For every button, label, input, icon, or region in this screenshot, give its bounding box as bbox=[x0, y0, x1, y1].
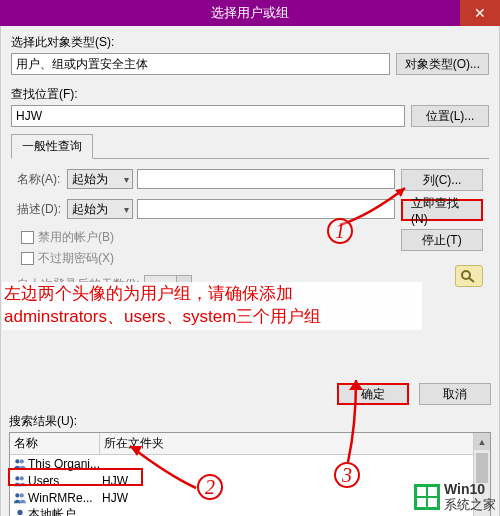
checkbox-icon bbox=[21, 252, 34, 265]
name-mode-dropdown[interactable]: 起始为 ▾ bbox=[67, 169, 133, 189]
dialog-buttons: 确定 取消 bbox=[0, 379, 500, 411]
results-label: 搜索结果(U): bbox=[9, 413, 491, 430]
col-folder-header[interactable]: 所在文件夹 bbox=[100, 433, 490, 454]
query-panel-right: 列(C)... 立即查找(N) 停止(T) bbox=[395, 169, 483, 293]
user-icon bbox=[12, 508, 28, 517]
query-panel: 名称(A): 起始为 ▾ 描述(D): 起始为 ▾ 禁用的帐户(B) bbox=[11, 159, 489, 295]
object-types-button[interactable]: 对象类型(O)... bbox=[396, 53, 489, 75]
ok-button-label: 确定 bbox=[361, 386, 385, 403]
svg-point-8 bbox=[17, 509, 22, 514]
svg-line-1 bbox=[469, 278, 474, 282]
location-field: HJW bbox=[11, 105, 405, 127]
object-type-label: 选择此对象类型(S): bbox=[11, 34, 489, 51]
disabled-accounts-label: 禁用的帐户(B) bbox=[38, 229, 114, 246]
watermark-logo-icon bbox=[414, 484, 440, 510]
stop-button[interactable]: 停止(T) bbox=[401, 229, 483, 251]
stop-button-label: 停止(T) bbox=[422, 232, 461, 249]
search-decor-icon bbox=[455, 265, 483, 287]
find-now-button[interactable]: 立即查找(N) bbox=[401, 199, 483, 221]
titlebar: 选择用户或组 ✕ bbox=[0, 0, 500, 26]
ok-button[interactable]: 确定 bbox=[337, 383, 409, 405]
cancel-button[interactable]: 取消 bbox=[419, 383, 491, 405]
chevron-down-icon: ▾ bbox=[124, 204, 129, 215]
svg-point-3 bbox=[20, 459, 24, 463]
desc-label: 描述(D): bbox=[17, 201, 63, 218]
svg-point-7 bbox=[20, 493, 24, 497]
checkbox-icon bbox=[21, 231, 34, 244]
table-row[interactable]: This Organi... bbox=[10, 455, 490, 472]
columns-button[interactable]: 列(C)... bbox=[401, 169, 483, 191]
svg-point-6 bbox=[15, 493, 19, 497]
location-value: HJW bbox=[16, 109, 42, 123]
days-since-logon-spinner[interactable] bbox=[144, 275, 192, 293]
dialog-body: 选择此对象类型(S): 用户、组或内置安全主体 对象类型(O)... 查找位置(… bbox=[0, 26, 500, 379]
nonexpiring-password-label: 不过期密码(X) bbox=[38, 250, 114, 267]
svg-point-5 bbox=[20, 476, 24, 480]
object-type-field: 用户、组或内置安全主体 bbox=[11, 53, 390, 75]
name-mode-value: 起始为 bbox=[72, 171, 108, 188]
object-types-button-label: 对象类型(O)... bbox=[405, 56, 480, 73]
col-name-header[interactable]: 名称 bbox=[10, 433, 100, 454]
row-name: Users bbox=[28, 474, 102, 488]
svg-point-0 bbox=[462, 271, 470, 279]
group-icon bbox=[12, 457, 28, 471]
locations-button-label: 位置(L)... bbox=[426, 108, 475, 125]
chevron-down-icon: ▾ bbox=[124, 174, 129, 185]
query-panel-left: 名称(A): 起始为 ▾ 描述(D): 起始为 ▾ 禁用的帐户(B) bbox=[17, 169, 395, 293]
watermark-text: Win10系统之家 bbox=[444, 482, 496, 512]
cancel-button-label: 取消 bbox=[443, 386, 467, 403]
nonexpiring-password-checkbox[interactable]: 不过期密码(X) bbox=[21, 250, 395, 267]
desc-mode-value: 起始为 bbox=[72, 201, 108, 218]
row-name: WinRMRe... bbox=[28, 491, 102, 505]
location-label: 查找位置(F): bbox=[11, 86, 489, 103]
close-icon: ✕ bbox=[474, 5, 486, 21]
desc-mode-dropdown[interactable]: 起始为 ▾ bbox=[67, 199, 133, 219]
locations-button[interactable]: 位置(L)... bbox=[411, 105, 489, 127]
name-label: 名称(A): bbox=[17, 171, 63, 188]
watermark: Win10系统之家 bbox=[414, 482, 496, 512]
results-header: 名称 所在文件夹 bbox=[10, 433, 490, 455]
group-icon bbox=[12, 491, 28, 505]
group-icon bbox=[12, 474, 28, 488]
columns-button-label: 列(C)... bbox=[423, 172, 462, 189]
svg-point-2 bbox=[15, 459, 19, 463]
row-name: This Organi... bbox=[28, 457, 102, 471]
object-type-value: 用户、组或内置安全主体 bbox=[16, 56, 148, 73]
desc-input[interactable] bbox=[137, 199, 395, 219]
tab-strip: 一般性查询 bbox=[11, 133, 489, 159]
days-since-logon-label: 自上次登录后的天数(I): bbox=[17, 276, 140, 293]
close-button[interactable]: ✕ bbox=[460, 0, 500, 26]
disabled-accounts-checkbox[interactable]: 禁用的帐户(B) bbox=[21, 229, 395, 246]
window-title: 选择用户或组 bbox=[0, 4, 500, 22]
name-input[interactable] bbox=[137, 169, 395, 189]
scroll-thumb[interactable] bbox=[476, 453, 488, 483]
tab-general-query[interactable]: 一般性查询 bbox=[11, 134, 93, 159]
scroll-up-icon[interactable]: ▲ bbox=[474, 433, 490, 450]
row-name: 本地帐户 bbox=[28, 506, 102, 516]
svg-point-4 bbox=[15, 476, 19, 480]
tab-general-label: 一般性查询 bbox=[22, 139, 82, 153]
find-now-button-label: 立即查找(N) bbox=[411, 195, 473, 226]
